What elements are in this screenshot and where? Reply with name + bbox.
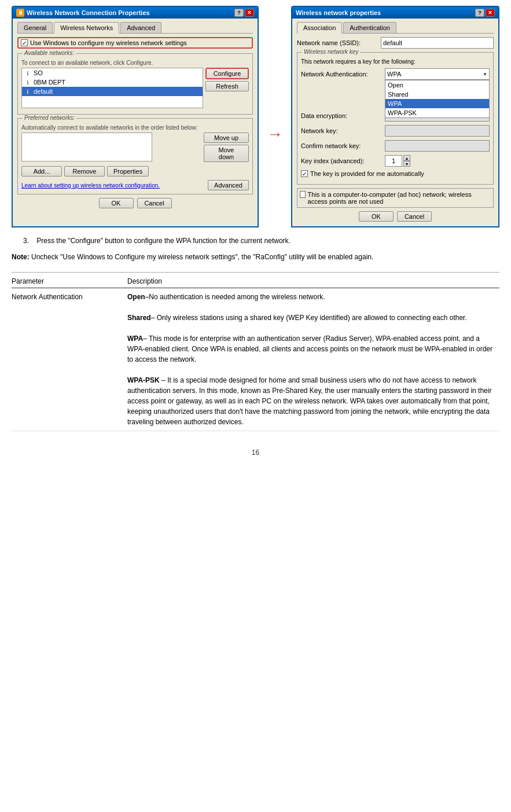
tab-general[interactable]: General xyxy=(17,22,53,33)
network-name-input[interactable] xyxy=(381,37,494,49)
add-button[interactable]: Add... xyxy=(21,166,62,177)
key-index-input[interactable] xyxy=(385,155,402,167)
parameter-table: Parameter Description Network Authentica… xyxy=(12,275,499,431)
text-shared: Only wireless stations using a shared ke… xyxy=(155,314,466,322)
dialogs-row: 🖥 Wireless Network Connection Properties… xyxy=(12,6,499,227)
table-divider xyxy=(12,272,499,273)
left-dialog: 🖥 Wireless Network Connection Properties… xyxy=(12,6,259,227)
right-help-btn[interactable]: ? xyxy=(475,9,484,17)
key-index-spinner: ▲ ▼ xyxy=(385,155,410,167)
network-name-label: Network name (SSID): xyxy=(297,39,381,46)
use-windows-checkbox-row: ✓ Use Windows to configure my wireless n… xyxy=(17,37,253,49)
adhoc-label: This is a computer-to-computer (ad hoc) … xyxy=(308,191,491,205)
confirm-key-input xyxy=(385,140,490,152)
close-btn[interactable]: ✕ xyxy=(245,9,254,17)
properties-button[interactable]: Properties xyxy=(107,166,149,177)
pref-list xyxy=(21,133,152,161)
auth-option-wpapsk[interactable]: WPA-PSK xyxy=(385,108,489,117)
term-wpa: WPA xyxy=(127,335,143,343)
auto-key-checkbox[interactable]: ✓ xyxy=(301,170,308,177)
remove-button[interactable]: Remove xyxy=(64,166,105,177)
move-down-button[interactable]: Move down xyxy=(204,145,249,162)
left-cancel-button[interactable]: Cancel xyxy=(137,198,172,208)
auth-dropdown[interactable]: WPA ▼ xyxy=(385,68,490,80)
confirm-key-row: Confirm network key: xyxy=(301,140,490,152)
help-btn[interactable]: ? xyxy=(234,9,244,17)
network-name-so: SO xyxy=(34,69,43,76)
desc-shared: Shared– Only wireless stations using a s… xyxy=(127,313,494,323)
right-tab-association[interactable]: Association xyxy=(297,22,342,34)
left-dialog-title: Wireless Network Connection Properties xyxy=(27,9,150,16)
note-text: Uncheck "Use Windows to Configure my wir… xyxy=(30,253,374,261)
auth-label: Network Authentication: xyxy=(301,71,385,78)
desc-wpa: WPA– This mode is for enterprise with an… xyxy=(127,333,494,365)
titlebar-icon: 🖥 xyxy=(16,9,24,17)
adhoc-row: This is a computer-to-computer (ad hoc) … xyxy=(297,188,494,208)
auth-option-shared[interactable]: Shared xyxy=(385,90,489,99)
network-name-default: default xyxy=(34,88,53,95)
right-titlebar-left: Wireless network properties xyxy=(296,9,381,16)
pref-move-col: Move up Move down xyxy=(204,133,249,164)
right-tab-strip: Association Authentication xyxy=(297,22,494,34)
col2-header: Description xyxy=(127,275,499,288)
text-wpapsk: It is a special mode designed for home a… xyxy=(127,376,491,426)
titlebar-controls: ? ✕ xyxy=(234,9,254,17)
configure-button[interactable]: Configure xyxy=(205,68,249,79)
key-index-row: Key index (advanced): ▲ ▼ xyxy=(301,155,490,167)
tab-wireless-networks[interactable]: Wireless Networks xyxy=(54,22,119,34)
network-key-input xyxy=(385,125,490,137)
left-dialog-bottom: OK Cancel xyxy=(17,198,253,208)
auth-option-open[interactable]: Open xyxy=(385,80,489,90)
network-icon-0bm: ℹ xyxy=(24,79,31,86)
network-item-default[interactable]: ℹ default xyxy=(22,87,203,96)
page-number: 16 xyxy=(12,449,499,457)
preferred-networks-title: Preferred networks: xyxy=(23,115,76,121)
right-cancel-button[interactable]: Cancel xyxy=(397,211,432,222)
term-shared: Shared xyxy=(127,314,151,322)
right-ok-button[interactable]: OK xyxy=(359,211,394,222)
table-row-auth: Network Authentication Open–No authentic… xyxy=(12,288,499,431)
use-windows-checkbox[interactable]: ✓ xyxy=(21,39,28,46)
param-cell: Network Authentication xyxy=(12,288,127,431)
step3-number: 3. xyxy=(23,237,29,245)
right-dialog-titlebar: Wireless network properties ? ✕ xyxy=(292,7,498,19)
spinner-up[interactable]: ▲ xyxy=(403,155,410,161)
auto-key-row: ✓ The key is provided for me automatical… xyxy=(301,170,490,177)
wireless-config-link[interactable]: Learn about setting up wireless network … xyxy=(21,182,160,189)
right-dialog: Wireless network properties ? ✕ Associat… xyxy=(291,6,499,227)
network-icon-default: ℹ xyxy=(24,88,31,95)
preferred-networks-section: Preferred networks: Automatically connec… xyxy=(17,118,253,194)
desc-wpapsk: WPA-PSK – It is a special mode designed … xyxy=(127,375,494,427)
left-ok-button[interactable]: OK xyxy=(99,198,134,208)
confirm-key-label: Confirm network key: xyxy=(301,142,385,149)
pref-bottom-row: Add... Remove Properties xyxy=(21,166,249,177)
auth-row: Network Authentication: WPA ▼ Open Share… xyxy=(301,68,490,80)
key-section-desc: This network requires a key for the foll… xyxy=(301,58,490,65)
avail-list-wrap: ℹ SO ℹ 0BM DEPT ℹ default xyxy=(21,68,203,111)
auth-dropdown-list: Open Shared WPA WPA-PSK xyxy=(385,80,490,118)
network-item-so[interactable]: ℹ SO xyxy=(22,68,203,78)
sep-wpapsk: – xyxy=(160,376,167,384)
network-list: ℹ SO ℹ 0BM DEPT ℹ default xyxy=(21,68,203,108)
adhoc-checkbox[interactable] xyxy=(300,191,306,198)
spinner-down[interactable]: ▼ xyxy=(403,161,410,167)
right-close-btn[interactable]: ✕ xyxy=(486,9,495,17)
advanced-button[interactable]: Advanced xyxy=(208,180,249,190)
encryption-label: Data encryption: xyxy=(301,112,385,119)
pref-body: Move up Move down xyxy=(21,133,249,164)
tab-advanced[interactable]: Advanced xyxy=(120,22,161,33)
network-icon-so: ℹ xyxy=(24,69,31,76)
network-item-0bm[interactable]: ℹ 0BM DEPT xyxy=(22,78,203,87)
right-titlebar-controls: ? ✕ xyxy=(475,9,495,17)
pref-footer: Learn about setting up wireless network … xyxy=(21,180,249,190)
titlebar-left: 🖥 Wireless Network Connection Properties xyxy=(16,9,150,17)
avail-instructions: To connect to an available network, clic… xyxy=(21,60,249,66)
right-tab-authentication[interactable]: Authentication xyxy=(343,22,396,33)
desc-cell: Open–No authentication is needed among t… xyxy=(127,288,499,431)
use-windows-label: Use Windows to configure my wireless net… xyxy=(30,39,187,46)
auth-option-wpa[interactable]: WPA xyxy=(385,99,489,108)
move-up-button[interactable]: Move up xyxy=(204,133,249,143)
refresh-button[interactable]: Refresh xyxy=(205,81,249,91)
auth-dropdown-arrow: ▼ xyxy=(483,72,487,77)
spinner-arrows: ▲ ▼ xyxy=(403,155,410,167)
